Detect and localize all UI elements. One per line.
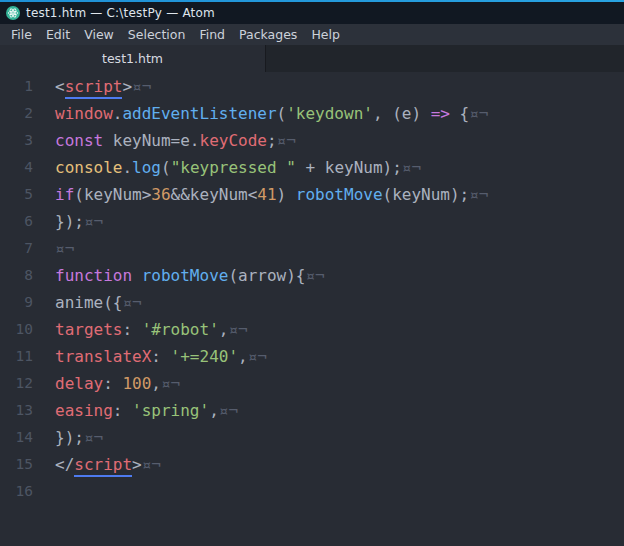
code-token: , (e) <box>373 104 431 123</box>
code-line[interactable]: 5if(keyNum>36&&keyNum<41) robotMove(keyN… <box>0 181 624 208</box>
code-line[interactable]: 4console.log("keypressed " + keyNum);¤¬ <box>0 154 624 181</box>
code-token: ( <box>161 158 171 177</box>
line-number[interactable]: 2 <box>0 100 46 127</box>
code-line[interactable]: 12delay: 100,¤¬ <box>0 370 624 397</box>
line-number[interactable]: 11 <box>0 343 46 370</box>
line-number[interactable]: 15 <box>0 451 46 478</box>
code-text: targets: '#robot',¤¬ <box>46 316 248 343</box>
code-token: (arrow){ <box>228 266 305 285</box>
line-number[interactable]: 14 <box>0 424 46 451</box>
menu-view[interactable]: View <box>77 25 121 44</box>
code-token: , <box>219 320 229 339</box>
code-token: robotMove <box>296 185 383 204</box>
code-token: if <box>55 185 74 204</box>
line-number[interactable]: 10 <box>0 316 46 343</box>
line-number[interactable]: 3 <box>0 127 46 154</box>
code-text: ¤¬ <box>46 235 74 262</box>
menu-find[interactable]: Find <box>192 25 232 44</box>
line-number[interactable]: 7 <box>0 235 46 262</box>
code-text: translateX: '+=240',¤¬ <box>46 343 267 370</box>
code-line[interactable]: 14});¤¬ <box>0 424 624 451</box>
line-number[interactable]: 4 <box>0 154 46 181</box>
code-token: , <box>238 347 248 366</box>
code-token: > <box>122 77 132 96</box>
code-line[interactable]: 16 <box>0 478 624 505</box>
code-line[interactable]: 3const keyNum=e.keyCode;¤¬ <box>0 127 624 154</box>
window-title: test1.htm — C:\testPy — Atom <box>26 6 215 20</box>
code-token: ( <box>277 104 287 123</box>
code-line[interactable]: 1<script>¤¬ <box>0 73 624 100</box>
code-line[interactable]: 11translateX: '+=240',¤¬ <box>0 343 624 370</box>
eol-invisible: ¤¬ <box>305 266 324 285</box>
eol-invisible: ¤¬ <box>228 320 247 339</box>
eol-invisible: ¤¬ <box>132 77 151 96</box>
code-line[interactable]: 8function robotMove(arrow){¤¬ <box>0 262 624 289</box>
line-number[interactable]: 6 <box>0 208 46 235</box>
eol-invisible: ¤¬ <box>55 239 74 258</box>
code-token: (keyNum); <box>383 185 470 204</box>
line-number[interactable]: 12 <box>0 370 46 397</box>
eol-invisible: ¤¬ <box>84 428 103 447</box>
code-line[interactable]: 13easing: 'spring',¤¬ <box>0 397 624 424</box>
code-token: delay <box>55 374 103 393</box>
code-token: easing <box>55 401 113 420</box>
eol-invisible: ¤¬ <box>219 401 238 420</box>
atom-logo-icon <box>6 6 20 20</box>
code-token: . <box>113 104 123 123</box>
menu-file[interactable]: File <box>4 25 39 44</box>
code-token: ) <box>277 185 296 204</box>
menu-help[interactable]: Help <box>304 25 347 44</box>
code-line[interactable]: 2window.addEventListener('keydown', (e) … <box>0 100 624 127</box>
eol-invisible: ¤¬ <box>469 104 488 123</box>
line-number[interactable]: 1 <box>0 73 46 100</box>
code-lines: 1<script>¤¬2window.addEventListener('key… <box>0 73 624 505</box>
title-bar: test1.htm — C:\testPy — Atom <box>0 2 624 24</box>
code-token: script <box>65 77 123 99</box>
eol-invisible: ¤¬ <box>277 131 296 150</box>
line-number[interactable]: 5 <box>0 181 46 208</box>
code-token: targets <box>55 320 122 339</box>
code-line[interactable]: 15</script>¤¬ <box>0 451 624 478</box>
code-token: : <box>151 347 170 366</box>
code-editor[interactable]: 1<script>¤¬2window.addEventListener('key… <box>0 72 624 546</box>
code-token: robotMove <box>142 266 229 285</box>
tab-test1-htm[interactable]: test1.htm <box>0 45 266 72</box>
code-token: { <box>450 104 469 123</box>
code-token: "keypressed " <box>171 158 296 177</box>
atom-window: test1.htm — C:\testPy — Atom FileEditVie… <box>0 0 624 546</box>
menu-edit[interactable]: Edit <box>39 25 77 44</box>
code-text: <script>¤¬ <box>46 73 151 100</box>
code-text: if(keyNum>36&&keyNum<41) robotMove(keyNu… <box>46 181 489 208</box>
line-number[interactable]: 9 <box>0 289 46 316</box>
line-number[interactable]: 16 <box>0 478 46 505</box>
code-text: function robotMove(arrow){¤¬ <box>46 262 325 289</box>
code-token: </ <box>55 455 74 474</box>
code-token: anime({ <box>55 293 122 312</box>
code-token: + keyNum); <box>296 158 402 177</box>
line-number[interactable]: 13 <box>0 397 46 424</box>
code-token: : <box>103 374 122 393</box>
code-token: keyNum=e. <box>103 131 199 150</box>
code-token: log <box>132 158 161 177</box>
menu-selection[interactable]: Selection <box>121 25 193 44</box>
code-text: </script>¤¬ <box>46 451 161 478</box>
eol-invisible: ¤¬ <box>142 455 161 474</box>
code-line[interactable]: 10targets: '#robot',¤¬ <box>0 316 624 343</box>
code-line[interactable]: 7¤¬ <box>0 235 624 262</box>
code-token: (keyNum> <box>74 185 151 204</box>
code-token: < <box>55 77 65 96</box>
line-number[interactable]: 8 <box>0 262 46 289</box>
eol-invisible: ¤¬ <box>248 347 267 366</box>
code-line[interactable]: 6});¤¬ <box>0 208 624 235</box>
code-text: anime({¤¬ <box>46 289 142 316</box>
code-token: keyCode <box>200 131 267 150</box>
eol-invisible: ¤¬ <box>122 293 141 312</box>
tab-label: test1.htm <box>102 51 163 66</box>
eol-invisible: ¤¬ <box>84 212 103 231</box>
code-line[interactable]: 9anime({¤¬ <box>0 289 624 316</box>
code-token: 100 <box>122 374 151 393</box>
code-token: > <box>132 455 142 474</box>
menu-packages[interactable]: Packages <box>232 25 304 44</box>
code-token: => <box>431 104 450 123</box>
code-token: window <box>55 104 113 123</box>
